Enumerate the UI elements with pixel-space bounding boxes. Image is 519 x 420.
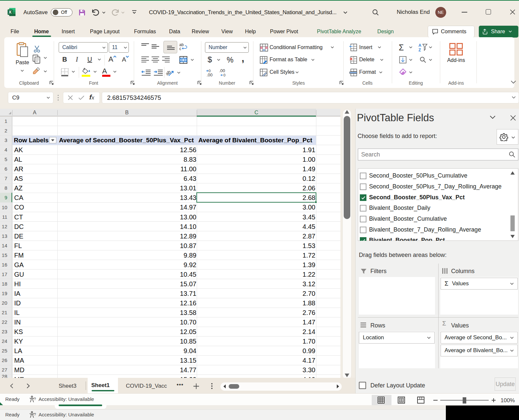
svg-text:?: ? [34, 397, 36, 401]
svg-text:0: 0 [209, 69, 211, 73]
svg-text:Z: Z [418, 48, 421, 52]
svg-text:?: ? [34, 412, 36, 416]
svg-text:.00: .00 [207, 72, 213, 77]
svg-text:ab: ab [165, 69, 172, 76]
svg-text:.00: .00 [219, 69, 225, 73]
svg-text:A: A [418, 43, 421, 48]
svg-text:X: X [9, 10, 12, 14]
svg-text:c: c [179, 46, 181, 50]
svg-text:0: 0 [223, 73, 225, 77]
